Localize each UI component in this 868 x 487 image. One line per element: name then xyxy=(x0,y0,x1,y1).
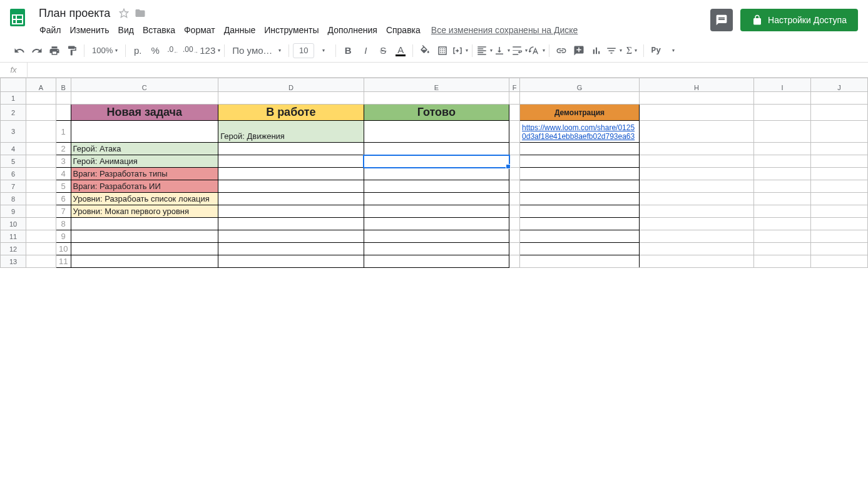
rownum-12[interactable]: 12 xyxy=(1,243,26,255)
col-B[interactable]: B xyxy=(56,78,71,92)
col-H[interactable]: H xyxy=(639,78,753,92)
header-done[interactable]: Готово xyxy=(364,105,509,121)
col-J[interactable]: J xyxy=(810,78,867,92)
menu-tools[interactable]: Инструменты xyxy=(260,23,323,38)
functions-button[interactable]: Σ xyxy=(623,43,640,59)
svg-rect-10 xyxy=(444,50,446,51)
redo-button[interactable] xyxy=(29,43,45,59)
select-all-corner[interactable] xyxy=(1,78,26,92)
menu-addons[interactable]: Дополнения xyxy=(324,23,382,38)
rownum-7[interactable]: 7 xyxy=(1,180,26,193)
row-4: 4 2 Герой: Атака xyxy=(1,143,868,155)
demo-link-cell[interactable]: https://www.loom.com/share/01250d3af18e4… xyxy=(520,121,640,143)
col-D[interactable]: D xyxy=(218,78,364,92)
header-in-work[interactable]: В работе xyxy=(218,105,364,121)
comments-button[interactable] xyxy=(710,9,733,31)
task-hero-attack[interactable]: Герой: Атака xyxy=(71,143,218,155)
task-hero-movement[interactable]: Герой: Движения xyxy=(218,121,364,143)
print-button[interactable] xyxy=(46,43,63,59)
col-I[interactable]: I xyxy=(754,78,811,92)
col-C[interactable]: C xyxy=(71,78,218,92)
col-F[interactable]: F xyxy=(509,78,520,92)
link-button[interactable] xyxy=(553,43,569,59)
bold-button[interactable]: B xyxy=(340,43,356,59)
sheets-logo[interactable] xyxy=(5,5,30,30)
app: План проекта Файл Изменить Вид Вставка Ф… xyxy=(0,0,868,487)
font-select[interactable]: По умолча… xyxy=(228,43,285,59)
chart-button[interactable] xyxy=(588,43,605,59)
row-8: 8 6 Уровни: Разрабоать список локация xyxy=(1,193,868,205)
doc-title[interactable]: План проекта xyxy=(35,6,114,21)
rownum-13[interactable]: 13 xyxy=(1,255,26,268)
col-G[interactable]: G xyxy=(520,78,640,92)
percent-button[interactable]: % xyxy=(147,43,163,59)
rownum-8[interactable]: 8 xyxy=(1,193,26,205)
number-format-select[interactable]: 123 xyxy=(200,43,220,59)
merge-button[interactable] xyxy=(452,43,468,59)
toolbar-overflow[interactable]: ▾ xyxy=(665,43,682,59)
share-label: Настройки Доступа xyxy=(768,15,847,25)
rownum-9[interactable]: 9 xyxy=(1,205,26,218)
header-new-task[interactable]: Новая задача xyxy=(71,105,218,121)
currency-button[interactable]: р. xyxy=(130,43,146,59)
rownum-1[interactable]: 1 xyxy=(1,92,26,105)
task-hero-animation[interactable]: Герой: Анимация xyxy=(71,155,218,168)
menu-view[interactable]: Вид xyxy=(114,23,138,38)
menu-file[interactable]: Файл xyxy=(35,23,65,38)
menubar: Файл Изменить Вид Вставка Формат Данные … xyxy=(35,21,710,39)
undo-button[interactable] xyxy=(11,43,28,59)
menu-edit[interactable]: Изменить xyxy=(65,23,113,38)
rownum-10[interactable]: 10 xyxy=(1,218,26,230)
row-10: 10 8 xyxy=(1,218,868,230)
task-levels-list[interactable]: Уровни: Разрабоать список локация xyxy=(71,193,218,205)
wrap-button[interactable] xyxy=(511,43,528,59)
task-levels-mockup[interactable]: Уровни: Мокап первого уровня xyxy=(71,205,218,218)
comment-button[interactable] xyxy=(571,43,587,59)
task-enemies-ai[interactable]: Враги: Разработать ИИ xyxy=(71,180,218,193)
share-button[interactable]: Настройки Доступа xyxy=(740,9,858,31)
rotate-button[interactable] xyxy=(529,43,545,59)
rownum-3[interactable]: 3 xyxy=(1,121,26,143)
strikethrough-button[interactable]: S xyxy=(375,43,391,59)
star-icon[interactable] xyxy=(118,7,130,19)
sheet-table: A B C D E F G H I J 1 2 xyxy=(0,78,868,268)
fill-color-button[interactable] xyxy=(417,43,433,59)
borders-button[interactable] xyxy=(434,43,451,59)
italic-button[interactable]: I xyxy=(357,43,374,59)
valign-button[interactable] xyxy=(494,43,510,59)
font-size-arrow[interactable]: ▾ xyxy=(315,43,332,59)
svg-rect-12 xyxy=(442,52,444,53)
col-E[interactable]: E xyxy=(364,78,509,92)
rownum-11[interactable]: 11 xyxy=(1,230,26,243)
menu-data[interactable]: Данные xyxy=(220,23,260,38)
menu-insert[interactable]: Вставка xyxy=(138,23,180,38)
font-size-input[interactable]: 10 xyxy=(293,43,314,58)
text-color-button[interactable]: A xyxy=(392,43,409,59)
row-7: 7 5 Враги: Разработать ИИ xyxy=(1,180,868,193)
halign-button[interactable] xyxy=(476,43,493,59)
rownum-4[interactable]: 4 xyxy=(1,143,26,155)
svg-rect-7 xyxy=(444,48,446,49)
header-demo[interactable]: Демонтрация xyxy=(520,105,640,121)
input-tools-button[interactable]: Рy xyxy=(648,43,664,59)
task-enemies-types[interactable]: Враги: Разработать типы xyxy=(71,168,218,180)
paint-format-button[interactable] xyxy=(64,43,80,59)
increase-decimal-button[interactable]: .00→ xyxy=(182,43,198,59)
formula-input[interactable] xyxy=(28,63,868,77)
decrease-decimal-button[interactable]: .0← xyxy=(165,43,181,59)
column-headers: A B C D E F G H I J xyxy=(1,78,868,92)
title-area: План проекта Файл Изменить Вид Вставка Ф… xyxy=(35,5,710,39)
filter-button[interactable] xyxy=(606,43,622,59)
col-A[interactable]: A xyxy=(26,78,56,92)
rownum-5[interactable]: 5 xyxy=(1,155,26,168)
menu-format[interactable]: Формат xyxy=(180,23,220,38)
save-state[interactable]: Все изменения сохранены на Диске xyxy=(431,25,578,35)
zoom-select[interactable]: 100% xyxy=(88,43,121,59)
rownum-2[interactable]: 2 xyxy=(1,105,26,121)
selected-cell-E5[interactable] xyxy=(364,155,509,168)
menu-help[interactable]: Справка xyxy=(382,23,425,38)
fx-icon[interactable]: fx xyxy=(0,63,28,77)
rownum-6[interactable]: 6 xyxy=(1,168,26,180)
folder-icon[interactable] xyxy=(134,7,146,19)
spreadsheet-grid[interactable]: A B C D E F G H I J 1 2 xyxy=(0,78,868,487)
